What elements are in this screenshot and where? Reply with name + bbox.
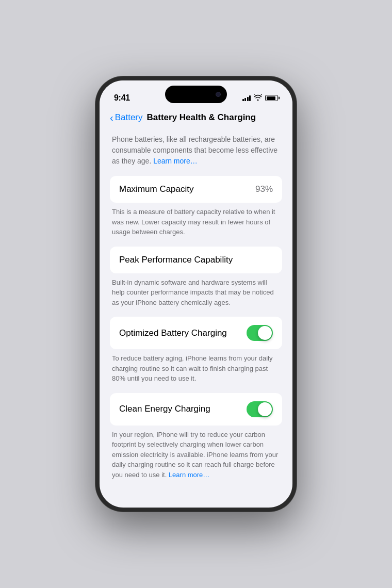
nav-header: ‹ Battery Battery Health & Charging xyxy=(100,108,292,129)
optimized-charging-card: Optimized Battery Charging xyxy=(110,317,282,349)
clean-energy-row: Clean Energy Charging xyxy=(119,401,273,417)
peak-performance-card: Peak Performance Capability xyxy=(110,247,282,273)
toggle-knob-2 xyxy=(258,402,272,416)
status-icons xyxy=(242,94,279,102)
dynamic-island xyxy=(165,86,227,103)
back-label: Battery xyxy=(115,112,143,123)
screen: 9:41 xyxy=(100,80,292,508)
optimized-charging-toggle[interactable] xyxy=(247,325,273,341)
wifi-icon xyxy=(254,94,262,102)
camera-indicator xyxy=(216,92,221,97)
toggle-knob xyxy=(258,326,272,340)
status-bar: 9:41 xyxy=(100,80,292,108)
optimized-charging-desc: To reduce battery aging, iPhone learns f… xyxy=(112,353,280,384)
intro-learn-more-link[interactable]: Learn more… xyxy=(153,157,198,165)
peak-performance-title: Peak Performance Capability xyxy=(119,255,233,265)
back-chevron-icon: ‹ xyxy=(110,112,113,123)
maximum-capacity-row: Maximum Capacity 93% xyxy=(119,184,273,194)
signal-icon xyxy=(242,95,251,101)
back-button[interactable]: ‹ Battery xyxy=(110,112,143,123)
optimized-charging-row: Optimized Battery Charging xyxy=(119,325,273,341)
maximum-capacity-card: Maximum Capacity 93% xyxy=(110,176,282,203)
battery-fill xyxy=(267,96,275,100)
maximum-capacity-title: Maximum Capacity xyxy=(119,184,194,194)
page-title: Battery Health & Charging xyxy=(147,112,256,123)
clean-energy-title: Clean Energy Charging xyxy=(119,404,210,414)
intro-paragraph: Phone batteries, like all rechargeable b… xyxy=(110,134,282,167)
clean-energy-toggle[interactable] xyxy=(247,401,273,417)
clean-energy-desc: In your region, iPhone will try to reduc… xyxy=(112,430,280,480)
phone-frame: 9:41 xyxy=(95,76,297,512)
clean-energy-learn-more-link[interactable]: Learn more… xyxy=(169,471,209,479)
peak-performance-row: Peak Performance Capability xyxy=(119,255,273,265)
peak-performance-desc: Built-in dynamic software and hardware s… xyxy=(112,277,280,308)
maximum-capacity-desc: This is a measure of battery capacity re… xyxy=(112,207,280,237)
maximum-capacity-value: 93% xyxy=(255,184,273,194)
battery-icon xyxy=(265,95,278,101)
optimized-charging-title: Optimized Battery Charging xyxy=(119,328,227,338)
clean-energy-card: Clean Energy Charging xyxy=(110,393,282,426)
content-area[interactable]: Phone batteries, like all rechargeable b… xyxy=(100,129,292,508)
status-time: 9:41 xyxy=(114,93,130,103)
